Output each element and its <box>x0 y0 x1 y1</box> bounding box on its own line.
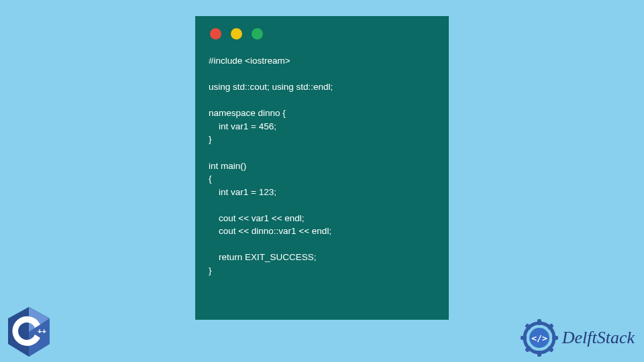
svg-rect-7 <box>552 336 558 340</box>
svg-rect-5 <box>537 351 541 357</box>
brand-logo: </> DelftStack <box>521 319 635 357</box>
svg-rect-4 <box>537 319 541 325</box>
cpp-badge: ++ <box>5 306 52 358</box>
close-icon[interactable] <box>210 28 221 40</box>
minimize-icon[interactable] <box>231 28 242 40</box>
svg-rect-6 <box>521 336 527 340</box>
code-window: #include <iostream> using std::cout; usi… <box>195 16 449 320</box>
zoom-icon[interactable] <box>252 28 263 40</box>
window-controls <box>209 28 435 40</box>
svg-text:</>: </> <box>531 333 547 343</box>
cpp-badge-text: ++ <box>38 327 46 335</box>
brand-name: DelftStack <box>562 328 635 348</box>
code-block: #include <iostream> using std::cout; usi… <box>209 54 435 278</box>
gear-code-icon: </> <box>521 319 558 357</box>
